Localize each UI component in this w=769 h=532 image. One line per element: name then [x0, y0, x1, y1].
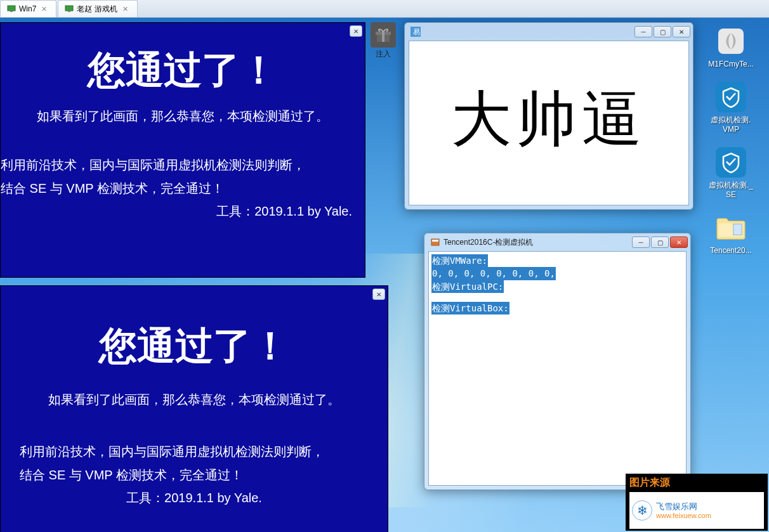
icon-label: Tencent20... [710, 246, 751, 255]
inject-label: 注入 [369, 49, 397, 60]
desktop-icons: M1FCmyTe... 虚拟机检测. VMP 虚拟机检测._SE Tencent… [707, 25, 758, 255]
verify-description: 利用前沿技术，国内与国际通用虚拟机检测法则判断， 结合 SE 与 VMP 检测技… [1, 153, 365, 200]
app-icon [430, 237, 440, 247]
console-line: 检测VMWare: [431, 254, 488, 267]
image-source-watermark: 图片来源 ❄ 飞雪娱乐网 www.feixuew.com [626, 474, 768, 531]
verify-desc-line1: 利用前沿技术，国内与国际通用虚拟机检测法则判断， [20, 440, 388, 464]
verify-subtitle: 如果看到了此画面，那么恭喜您，本项检测通过了。 [1, 108, 365, 125]
window-titlebar[interactable]: Tencent2016C-检测虚拟机 ─ ▢ ✕ [424, 233, 690, 251]
svg-rect-15 [733, 224, 742, 235]
bigtext-window[interactable]: 易 ─ ▢ ✕ 大帅逼 [404, 22, 693, 210]
svg-rect-11 [718, 29, 744, 54]
tab-laozhao[interactable]: 老赵 游戏机 ✕ [58, 0, 137, 17]
verify-desc-line1: 利用前沿技术，国内与国际通用虚拟机检测法则判断， [1, 153, 365, 177]
verify-heading: 您通过了！ [1, 321, 388, 372]
close-icon[interactable]: ✕ [41, 5, 49, 13]
monitor-icon [7, 4, 16, 13]
window-title: Tencent2016C-检测虚拟机 [444, 237, 632, 248]
watermark-body: ❄ 飞雪娱乐网 www.feixuew.com [629, 492, 764, 529]
leaf-icon [715, 25, 747, 57]
desktop-icon-vmp[interactable]: 虚拟机检测. VMP [707, 81, 755, 134]
folder-icon [715, 212, 747, 243]
svg-rect-10 [432, 240, 438, 242]
window-body: 大帅逼 [409, 41, 689, 205]
desktop-icon-se[interactable]: 虚拟机检测._SE [707, 146, 755, 199]
shield-icon [715, 81, 747, 113]
svg-rect-1 [10, 11, 13, 12]
watermark-url: www.feixuew.com [656, 512, 711, 519]
icon-label: 虚拟机检测. VMP [711, 115, 751, 134]
snowflake-icon: ❄ [632, 500, 652, 521]
close-button[interactable]: ✕ [673, 26, 690, 37]
close-button[interactable]: ✕ [670, 237, 688, 248]
maximize-button[interactable]: ▢ [651, 237, 669, 248]
shield-icon [715, 146, 747, 178]
verify-description: 利用前沿技术，国内与国际通用虚拟机检测法则判断， 结合 SE 与 VMP 检测技… [1, 440, 388, 487]
monitor-icon [65, 4, 74, 13]
verify-window-bottom: ✕ 您通过了！ 如果看到了此画面，那么恭喜您，本项检测通过了。 利用前沿技术，国… [0, 285, 388, 532]
inject-tool: 注入 [369, 22, 397, 60]
tab-label: 老赵 游戏机 [77, 4, 117, 15]
maximize-button[interactable]: ▢ [654, 26, 671, 37]
icon-label: M1FCmyTe... [708, 60, 753, 68]
verify-desc-line2: 结合 SE 与 VMP 检测技术，完全通过！ [20, 464, 388, 487]
minimize-button[interactable]: ─ [632, 237, 650, 248]
verify-toolinfo: 工具：2019.1.1 by Yale. [1, 203, 365, 220]
vm-tab-bar: Win7 ✕ 老赵 游戏机 ✕ [0, 0, 769, 18]
svg-rect-6 [382, 32, 384, 42]
svg-rect-2 [65, 6, 73, 11]
console-line: 检测VirtualBox: [431, 302, 509, 315]
desktop-icon-tencent-folder[interactable]: Tencent20... [707, 212, 755, 255]
tab-win7[interactable]: Win7 ✕ [0, 0, 56, 17]
minimize-button[interactable]: ─ [634, 26, 652, 37]
verify-subtitle: 如果看到了此画面，那么恭喜您，本项检测通过了。 [1, 391, 388, 408]
verify-desc-line2: 结合 SE 与 VMP 检测技术，完全通过！ [1, 177, 365, 200]
gift-icon[interactable] [371, 22, 396, 48]
close-icon[interactable]: ✕ [350, 25, 362, 37]
console-line: 检测VirtualPC: [431, 280, 504, 293]
verify-heading: 您通过了！ [1, 45, 365, 96]
watermark-title: 图片来源 [629, 476, 764, 490]
svg-rect-0 [8, 6, 15, 11]
verify-toolinfo: 工具：2019.1.1 by Yale. [1, 490, 388, 507]
desktop-icon-m1fc[interactable]: M1FCmyTe... [707, 25, 755, 68]
close-icon[interactable]: ✕ [122, 5, 131, 13]
bigtext-content: 大帅逼 [409, 41, 688, 160]
verify-window-top: ✕ 您通过了！ 如果看到了此画面，那么恭喜您，本项检测通过了。 利用前沿技术，国… [0, 22, 365, 278]
console-output[interactable]: 检测VMWare: 0, 0, 0, 0, 0, 0, 0, 0, 检测Virt… [428, 251, 687, 486]
icon-label: 虚拟机检测._SE [707, 181, 755, 199]
app-icon: 易 [411, 27, 421, 37]
watermark-brand: 飞雪娱乐网 [656, 502, 711, 512]
tab-label: Win7 [19, 4, 36, 13]
console-line: 0, 0, 0, 0, 0, 0, 0, 0, [431, 267, 556, 280]
close-icon[interactable]: ✕ [372, 289, 385, 300]
svg-rect-3 [68, 11, 70, 12]
window-titlebar[interactable]: 易 ─ ▢ ✕ [405, 23, 693, 41]
console-window[interactable]: Tencent2016C-检测虚拟机 ─ ▢ ✕ 检测VMWare: 0, 0,… [424, 233, 691, 490]
svg-text:易: 易 [413, 28, 420, 36]
